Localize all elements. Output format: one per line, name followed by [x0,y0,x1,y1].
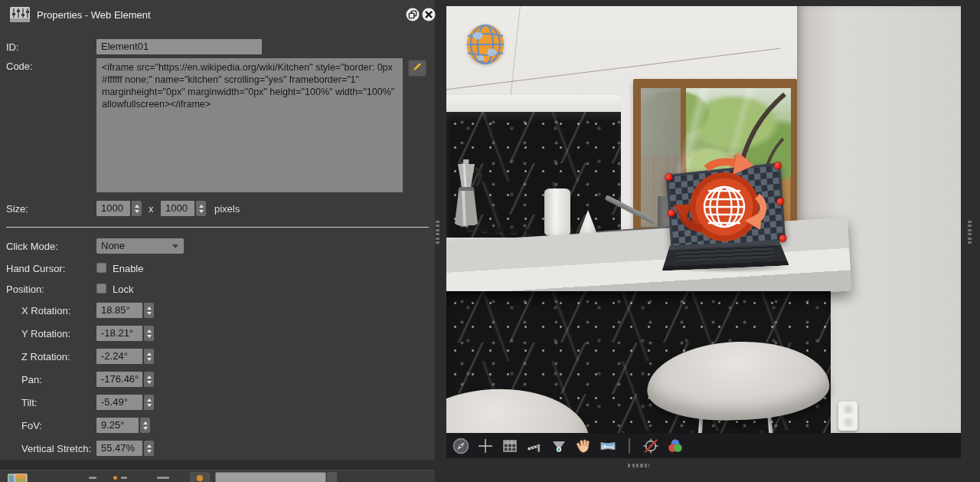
size-separator: x [149,203,154,215]
y-rotation-input[interactable]: -18.21° [96,326,142,341]
y-rotation-stepper[interactable] [144,326,154,341]
photos-icon[interactable] [8,473,28,482]
ceiling-seam [511,6,521,95]
grid-icon[interactable] [501,438,518,454]
x-rotation-stepper[interactable] [144,303,154,318]
stove-knob [495,228,501,233]
hand-cursor-label: Hand Cursor: [6,263,65,274]
panel-splitter-handle[interactable] [436,221,439,244]
wall-strip [621,95,633,238]
tilt-label: Tilt: [21,397,37,408]
position-option-label: Lock [113,284,133,295]
z-rotation-stepper[interactable] [144,349,154,364]
rgb-channels-icon[interactable] [667,438,684,454]
preview-toolbar [446,433,961,458]
hand-cursor-option-label: Enable [113,263,143,274]
position-label: Position: [6,284,44,295]
vertical-stretch-stepper[interactable] [144,441,154,456]
x-rotation-label: X Rotation: [21,305,70,316]
click-mode-label: Click Mode: [6,241,58,252]
pan-label: Pan: [21,374,42,385]
z-rotation-input[interactable]: -2.24° [96,349,142,364]
size-width-input[interactable]: 1000 [96,201,130,216]
tilt-input[interactable]: -5.49° [96,395,142,410]
stove-knob [482,227,488,232]
sliders-icon [10,7,30,22]
id-input[interactable]: Element01 [96,39,262,54]
panorama-preview[interactable] [446,6,961,433]
globe-marker-icon[interactable] [466,24,505,65]
vertical-stretch-label: Vertical Stretch: [21,443,91,454]
code-label: Code: [6,61,33,72]
size-height-stepper[interactable] [196,201,206,216]
cut-text-fragment [89,477,96,479]
right-splitter-handle[interactable] [968,221,972,244]
stove-knob [468,225,474,231]
size-height-input[interactable]: 1000 [161,201,194,216]
pan-stepper[interactable] [144,372,154,387]
status-dot [113,476,117,480]
click-mode-select[interactable]: None [96,238,184,254]
cut-small-button[interactable] [327,472,337,482]
cut-text-fragment [121,477,127,479]
tilt-stepper[interactable] [144,395,154,410]
pan-input[interactable]: -176.46° [96,372,142,387]
bottom-splitter-handle[interactable] [628,464,649,467]
page-title: Properties - Web Element [37,9,151,21]
kitchen-cabinet [446,95,624,113]
fov-label: FoV: [21,420,42,431]
z-rotation-label: Z Rotation: [21,351,70,362]
position-lock-checkbox[interactable] [96,284,106,293]
fov-input[interactable]: 9.25° [96,418,139,433]
crosshair-icon[interactable] [477,438,494,454]
stove-knob [526,229,532,234]
vertical-stretch-input[interactable]: 55.47% [96,441,142,456]
gyroscope-off-icon[interactable] [642,438,659,454]
stove-knob [511,228,517,234]
y-rotation-label: Y Rotation: [21,328,70,339]
cut-input-field[interactable] [215,472,326,482]
web-element-rotation-widget[interactable] [667,143,782,265]
compass-icon[interactable] [452,438,469,454]
barrier-icon[interactable] [526,438,543,454]
moka-pot [449,159,483,231]
section-divider [6,227,429,228]
toolbar-separator [629,438,630,454]
titlebar: Properties - Web Element [0,0,435,29]
size-width-stepper[interactable] [132,201,142,216]
paper-towel-roll [544,189,570,236]
power-outlet [838,402,858,431]
chevron-down-icon [172,244,178,248]
fov-stepper[interactable] [140,418,150,433]
size-label: Size: [6,203,28,215]
cut-text-fragment [157,477,169,479]
size-unit-label: pixels [214,203,240,215]
cut-toolbar-button[interactable] [190,472,210,482]
bottom-panel-partial [0,470,435,482]
edit-code-button[interactable] [408,60,426,77]
properties-panel: Properties - Web Element ID: Element01 C… [0,0,435,460]
click-mode-value: None [101,240,125,251]
detach-icon[interactable] [406,8,420,21]
panorama-icon[interactable] [599,438,616,454]
pan-hand-icon[interactable] [575,438,592,454]
x-rotation-input[interactable]: 18.85° [96,303,142,318]
pencil-icon [411,61,423,76]
close-icon[interactable] [422,8,436,21]
hand-cursor-checkbox[interactable] [96,263,106,273]
id-label: ID: [6,41,19,53]
code-textarea[interactable]: <iframe src="https://en.wikipedia.org/wi… [96,58,403,192]
view-cone-icon[interactable] [550,438,567,454]
